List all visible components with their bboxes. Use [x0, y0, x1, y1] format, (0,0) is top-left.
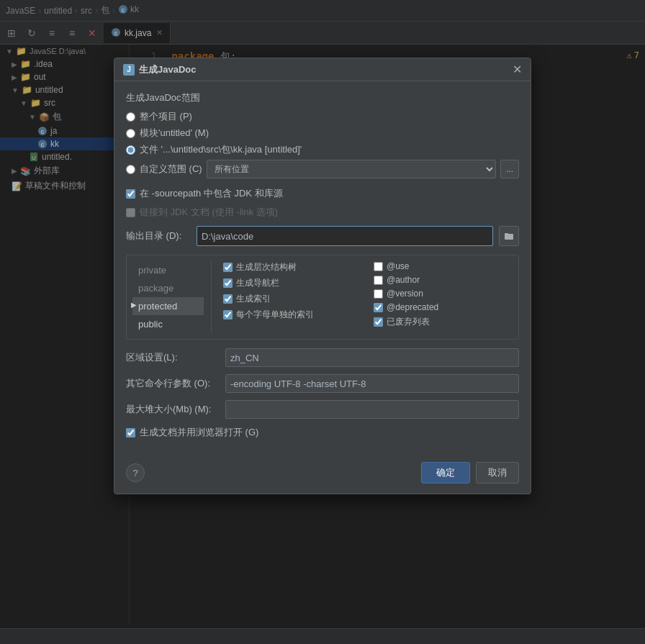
scope-radio-group: 整个项目 (P) 模块'untitled' (M) 文件 '...\untitl…: [126, 110, 519, 178]
locale-row: 区域设置(L):: [126, 348, 519, 367]
scope-radio-row-3[interactable]: 自定义范围 (C): [126, 163, 202, 176]
heap-input[interactable]: [225, 400, 519, 419]
opt-deprecated-row[interactable]: @deprecated: [374, 302, 513, 312]
access-package[interactable]: package: [132, 279, 204, 297]
scope-radio-row-1[interactable]: 模块'untitled' (M): [126, 127, 519, 140]
scope-radio-label-0: 整个项目 (P): [140, 110, 192, 123]
heap-row: 最大堆大小(Mb) (M):: [126, 400, 519, 419]
opt-nav-checkbox[interactable]: [223, 278, 233, 288]
help-button[interactable]: ?: [126, 463, 145, 482]
link-jdk-label: 链接到 JDK 文档 (使用 -link 选项): [140, 206, 278, 219]
access-private[interactable]: private: [132, 261, 204, 279]
scope-radio-label-2: 文件 '...\untitled\src\包\kk.java [untitled…: [140, 143, 302, 156]
options-panel: private package protected public 生成层次结构树: [126, 255, 519, 340]
opt-tree-checkbox[interactable]: [223, 263, 233, 272]
scope-radio-0[interactable]: [126, 112, 135, 122]
opt-nav-label: 生成导航栏: [236, 277, 279, 289]
custom-scope-browse-btn[interactable]: ...: [500, 160, 519, 178]
opt-nav-row[interactable]: 生成导航栏: [223, 277, 362, 289]
dialog-footer: ? 确定 取消: [114, 455, 531, 494]
locale-input[interactable]: [225, 348, 519, 367]
scope-radio-label-1: 模块'untitled' (M): [140, 127, 209, 140]
other-args-row: 其它命令行参数 (O):: [126, 374, 519, 393]
opt-index-checkbox[interactable]: [223, 294, 233, 304]
opt-deprecated-list-checkbox[interactable]: [374, 317, 383, 327]
dialog-overlay: J 生成JavaDoc ✕ 生成JavaDoc范围 整个项目 (P) 模块'un: [0, 0, 645, 644]
scope-radio-1[interactable]: [126, 129, 135, 138]
output-input[interactable]: [197, 226, 493, 246]
opt-index-row[interactable]: 生成索引: [223, 293, 362, 305]
opt-split-index-checkbox[interactable]: [223, 310, 233, 319]
svg-rect-11: [505, 233, 508, 235]
opt-deprecated-checkbox[interactable]: [374, 303, 383, 312]
link-jdk-checkbox-row[interactable]: 链接到 JDK 文档 (使用 -link 选项): [126, 206, 519, 219]
scope-radio-label-3: 自定义范围 (C): [140, 163, 202, 176]
options-col-right: @use @author @version @deprecated: [374, 261, 513, 333]
opt-deprecated-list-row[interactable]: 已废弃列表: [374, 316, 513, 328]
scope-radio-row-0[interactable]: 整个项目 (P): [126, 110, 519, 123]
generate-javadoc-dialog: J 生成JavaDoc ✕ 生成JavaDoc范围 整个项目 (P) 模块'un: [114, 58, 531, 494]
opt-author-checkbox[interactable]: [374, 276, 383, 285]
opt-author-row[interactable]: @author: [374, 275, 513, 285]
access-protected[interactable]: protected: [132, 297, 204, 315]
sourcepath-label: 在 -sourcepath 中包含 JDK 和库源: [140, 187, 283, 200]
opt-index-label: 生成索引: [236, 293, 271, 305]
options-col-left: 生成层次结构树 生成导航栏 生成索引 每个字母单独的索引: [223, 261, 362, 333]
scope-radio-2[interactable]: [126, 145, 135, 155]
opt-split-index-row[interactable]: 每个字母单独的索引: [223, 309, 362, 321]
opt-version-row[interactable]: @version: [374, 289, 513, 299]
open-browser-label: 生成文档并用浏览器打开 (G): [140, 426, 258, 439]
ide-window: JavaSE › untitled › src › 包 › c kk ⊞ ↻ ≡…: [0, 0, 645, 644]
access-public[interactable]: public: [132, 315, 204, 333]
open-browser-checkbox[interactable]: [126, 428, 135, 437]
opt-version-checkbox[interactable]: [374, 289, 383, 299]
opt-split-index-label: 每个字母单独的索引: [236, 309, 314, 321]
output-row: 输出目录 (D):: [126, 226, 519, 246]
other-args-input[interactable]: [225, 374, 519, 393]
opt-version-label: @version: [387, 289, 423, 299]
scope-label: 生成JavaDoc范围: [126, 91, 519, 104]
custom-scope-select[interactable]: 所有位置: [207, 160, 496, 178]
scope-radio-3[interactable]: [126, 165, 135, 174]
opt-tree-row[interactable]: 生成层次结构树: [223, 261, 362, 273]
opt-use-row[interactable]: @use: [374, 261, 513, 271]
opt-deprecated-list-label: 已废弃列表: [387, 316, 430, 328]
custom-scope-row: 自定义范围 (C) 所有位置 ...: [126, 160, 519, 178]
scope-radio-row-2[interactable]: 文件 '...\untitled\src\包\kk.java [untitled…: [126, 143, 519, 156]
dialog-title-bar: J 生成JavaDoc ✕: [114, 58, 531, 81]
ok-button[interactable]: 确定: [421, 462, 470, 484]
access-level-panel: private package protected public: [132, 261, 212, 333]
dialog-close-btn[interactable]: ✕: [513, 64, 522, 76]
dialog-title-icon: J: [123, 64, 135, 76]
sourcepath-checkbox[interactable]: [126, 189, 135, 199]
opt-use-checkbox[interactable]: [374, 262, 383, 271]
link-jdk-checkbox[interactable]: [126, 208, 135, 217]
dialog-title-text: 生成JavaDoc: [139, 63, 196, 76]
opt-deprecated-label: @deprecated: [387, 302, 438, 312]
opt-author-label: @author: [387, 275, 420, 285]
opt-tree-label: 生成层次结构树: [236, 261, 297, 273]
cancel-button[interactable]: 取消: [476, 462, 519, 484]
output-browse-btn[interactable]: [499, 226, 519, 246]
dialog-body: 生成JavaDoc范围 整个项目 (P) 模块'untitled' (M) 文件…: [114, 81, 531, 455]
footer-buttons: 确定 取消: [421, 462, 519, 484]
other-args-label: 其它命令行参数 (O):: [126, 377, 220, 390]
open-browser-row[interactable]: 生成文档并用浏览器打开 (G): [126, 426, 519, 439]
sourcepath-checkbox-row[interactable]: 在 -sourcepath 中包含 JDK 和库源: [126, 187, 519, 200]
output-label: 输出目录 (D):: [126, 230, 191, 242]
dialog-title: J 生成JavaDoc: [123, 63, 196, 76]
locale-label: 区域设置(L):: [126, 351, 220, 364]
folder-browse-icon: [504, 231, 514, 241]
opt-use-label: @use: [387, 261, 410, 271]
heap-label: 最大堆大小(Mb) (M):: [126, 403, 220, 416]
